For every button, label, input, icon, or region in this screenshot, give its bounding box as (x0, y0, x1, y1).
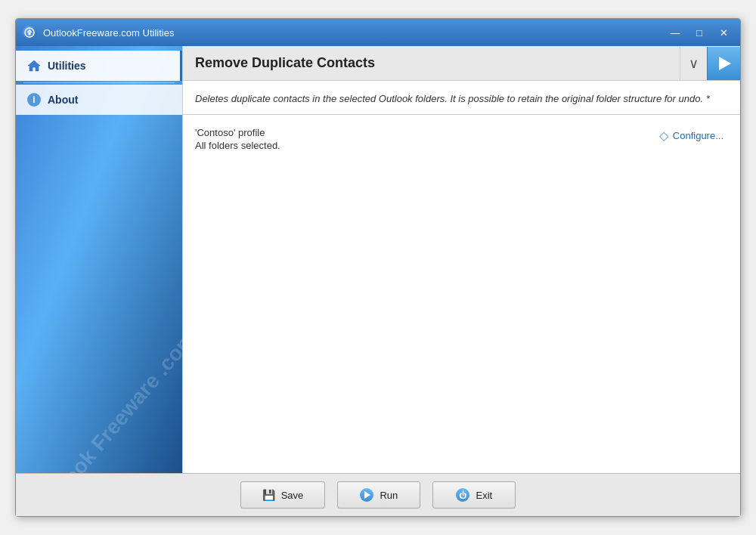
title-bar: OutlookFreeware.com Utilities — □ ✕ (16, 19, 740, 46)
run-circle-icon (360, 488, 373, 502)
save-label: Save (281, 490, 304, 501)
sidebar-item-about[interactable]: i About (16, 85, 182, 115)
tool-header: Remove Duplicate Contacts ∨ (183, 46, 740, 81)
exit-button[interactable]: ⏻ Exit (432, 481, 516, 509)
tool-title: Remove Duplicate Contacts (183, 46, 680, 80)
right-panel: Remove Duplicate Contacts ∨ Deletes dupl… (182, 46, 740, 473)
minimize-button[interactable]: — (665, 24, 686, 41)
run-triangle-icon (364, 491, 370, 499)
svg-rect-1 (29, 32, 31, 36)
watermark: Outlook Freeware .com (30, 366, 168, 473)
sidebar-item-utilities[interactable]: Utilities (16, 51, 182, 81)
profile-row: 'Contoso' profile All folders selected. … (195, 127, 728, 151)
main-window: OutlookFreeware.com Utilities — □ ✕ Util… (15, 18, 741, 517)
exit-label: Exit (476, 490, 492, 501)
app-icon (22, 25, 37, 40)
window-title: OutlookFreeware.com Utilities (43, 27, 665, 39)
window-controls: — □ ✕ (665, 24, 734, 41)
profile-line1: 'Contoso' profile (195, 127, 280, 138)
run-label: Run (380, 490, 398, 501)
chevron-down-icon[interactable]: ∨ (680, 47, 707, 80)
run-button[interactable]: Run (337, 481, 420, 509)
configure-label: Configure... (673, 130, 723, 141)
profile-info: 'Contoso' profile All folders selected. (195, 127, 280, 151)
tool-description: Deletes duplicate contacts in the select… (183, 81, 740, 115)
tag-icon: ◇ (659, 128, 668, 143)
sidebar-nav: Utilities i About (16, 46, 182, 116)
home-icon (26, 58, 42, 73)
close-button[interactable]: ✕ (713, 24, 734, 41)
info-icon: i (26, 92, 42, 107)
maximize-button[interactable]: □ (689, 24, 710, 41)
tool-body: 'Contoso' profile All folders selected. … (183, 115, 740, 474)
sidebar: Utilities i About Outlook Freeware .com (16, 46, 182, 473)
main-content: Utilities i About Outlook Freeware .com … (16, 46, 740, 473)
utilities-label: Utilities (48, 60, 86, 72)
save-button[interactable]: 💾 Save (240, 481, 326, 509)
configure-button[interactable]: ◇ Configure... (655, 127, 728, 144)
profile-line2: All folders selected. (195, 140, 280, 151)
sidebar-divider (23, 82, 175, 83)
save-icon: 💾 (262, 489, 275, 501)
power-icon: ⏻ (456, 488, 469, 502)
about-label: About (48, 94, 78, 106)
svg-marker-2 (28, 60, 40, 71)
footer: 💾 Save Run ⏻ Exit (16, 473, 740, 516)
header-run-button[interactable] (707, 47, 740, 80)
run-arrow-icon (719, 57, 731, 70)
